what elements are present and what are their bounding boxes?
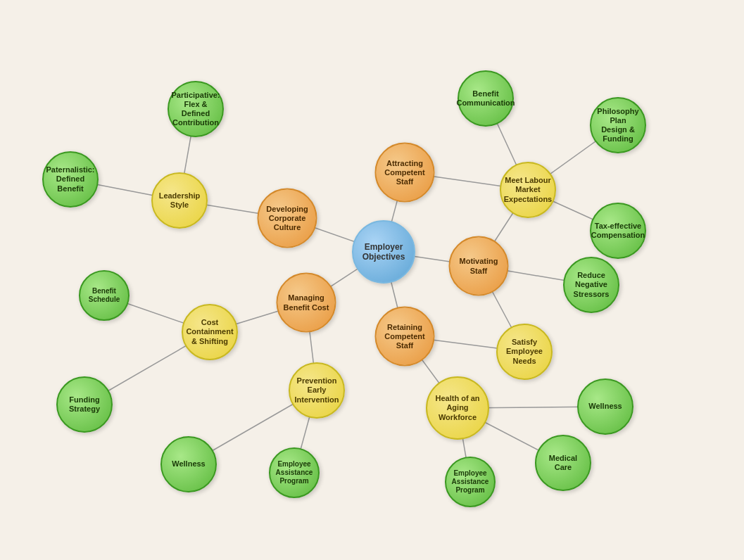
node-benefit_sched[interactable]: Benefit Schedule (79, 270, 130, 321)
node-retaining[interactable]: Retaining Competent Staff (375, 307, 435, 367)
node-emp_assist1[interactable]: Employee Assistance Program (269, 447, 320, 498)
node-health_aging[interactable]: Health of an Aging Workforce (426, 376, 489, 440)
node-cost_contain[interactable]: Cost Containment & Shifting (182, 304, 238, 360)
node-reduce_neg[interactable]: Reduce Negative Stressors (563, 257, 619, 313)
node-emp_assist2[interactable]: Employee Assistance Program (445, 457, 496, 507)
node-funding_strat[interactable]: Funding Strategy (56, 376, 113, 433)
node-attracting[interactable]: Attracting Competent Staff (375, 143, 435, 203)
node-wellness2[interactable]: Wellness (160, 436, 217, 492)
node-participative[interactable]: Participative: Flex & Defined Contributi… (168, 81, 224, 137)
node-motivating[interactable]: Motivating Staff (449, 236, 509, 296)
node-leadership[interactable]: Leadership Style (151, 172, 208, 229)
node-benefit_comm[interactable]: Benefit Communication (458, 70, 514, 127)
node-wellness1[interactable]: Wellness (577, 378, 633, 435)
mind-map-diagram: Employer ObjectivesAttracting Competent … (0, 0, 744, 560)
node-philosophy[interactable]: Philosophy Plan Design & Funding (590, 97, 646, 153)
node-tax_effective[interactable]: Tax-effective Compensation (590, 203, 646, 259)
node-prevention[interactable]: Prevention Early Intervention (289, 362, 345, 419)
node-satisfy[interactable]: Satisfy Employee Needs (496, 324, 553, 380)
node-medical_care[interactable]: Medical Care (535, 435, 591, 491)
node-center[interactable]: Employer Objectives (352, 220, 415, 284)
node-meet_labour[interactable]: Meet Labour Market Expectations (500, 162, 556, 218)
node-managing[interactable]: Managing Benefit Cost (277, 273, 336, 333)
node-paternalistic[interactable]: Paternalistic: Defined Benefit (42, 151, 99, 208)
node-developing[interactable]: Developing Corporate Culture (258, 189, 317, 248)
